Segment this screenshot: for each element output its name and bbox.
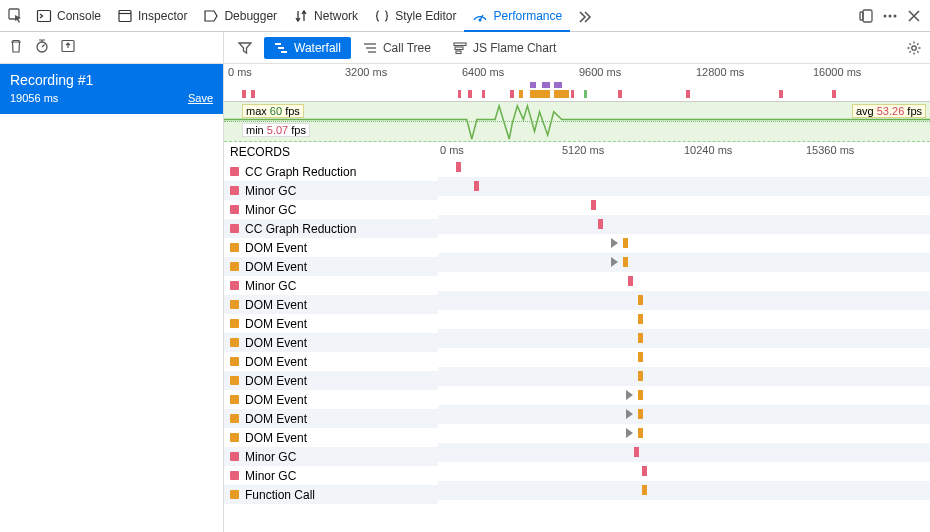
expand-triangle-icon[interactable]: [626, 390, 633, 400]
svg-rect-7: [860, 12, 863, 20]
record-type-dot: [230, 319, 239, 328]
record-label-row[interactable]: DOM Event: [224, 314, 438, 333]
records-header: RECORDS: [224, 142, 438, 162]
record-label-row[interactable]: Minor GC: [224, 181, 438, 200]
expand-triangle-icon[interactable]: [626, 428, 633, 438]
record-type-dot: [230, 167, 239, 176]
record-bar[interactable]: [623, 238, 628, 248]
record-bar-row[interactable]: [438, 443, 930, 462]
record-bar[interactable]: [456, 162, 461, 172]
record-bar-row[interactable]: [438, 177, 930, 196]
record-bar[interactable]: [628, 276, 633, 286]
records-grid[interactable]: 0 ms 5120 ms 10240 ms 15360 ms: [438, 142, 930, 532]
record-label-row[interactable]: DOM Event: [224, 238, 438, 257]
waterfall-view-button[interactable]: Waterfall: [264, 37, 351, 59]
tab-console[interactable]: Console: [28, 0, 109, 31]
sidebar-toolbar: [0, 32, 223, 64]
record-label-row[interactable]: Minor GC: [224, 466, 438, 485]
record-bar[interactable]: [474, 181, 479, 191]
filter-button[interactable]: [228, 37, 262, 59]
record-bar-row[interactable]: [438, 462, 930, 481]
record-bar[interactable]: [642, 466, 647, 476]
record-bar[interactable]: [638, 428, 643, 438]
record-bar-row[interactable]: [438, 367, 930, 386]
import-button[interactable]: [60, 38, 76, 57]
record-label: Minor GC: [245, 203, 296, 217]
expand-triangle-icon[interactable]: [626, 409, 633, 419]
record-bar[interactable]: [638, 295, 643, 305]
recording-item[interactable]: Recording #1 19056 ms Save: [0, 64, 223, 114]
record-bar[interactable]: [638, 333, 643, 343]
record-label-row[interactable]: Minor GC: [224, 447, 438, 466]
record-bar-row[interactable]: [438, 291, 930, 310]
record-label-row[interactable]: DOM Event: [224, 333, 438, 352]
record-label-row[interactable]: CC Graph Reduction: [224, 162, 438, 181]
overflow-tabs-button[interactable]: [570, 4, 600, 28]
fps-graph[interactable]: max 60 fps min 5.07 fps avg 53.26 fps: [224, 102, 930, 142]
svg-rect-2: [119, 10, 131, 21]
dock-side-button[interactable]: [854, 4, 878, 28]
flamechart-view-button[interactable]: JS Flame Chart: [443, 37, 566, 59]
record-bar[interactable]: [638, 390, 643, 400]
tab-style-editor[interactable]: Style Editor: [366, 0, 464, 31]
record-bar[interactable]: [623, 257, 628, 267]
record-bar-row[interactable]: [438, 405, 930, 424]
record-label: DOM Event: [245, 336, 307, 350]
record-bar-row[interactable]: [438, 310, 930, 329]
record-label-row[interactable]: DOM Event: [224, 409, 438, 428]
expand-triangle-icon[interactable]: [611, 238, 618, 248]
record-bar-row[interactable]: [438, 386, 930, 405]
record-label-row[interactable]: DOM Event: [224, 428, 438, 447]
record-button[interactable]: [34, 38, 50, 57]
tab-network[interactable]: Network: [285, 0, 366, 31]
tab-label: Inspector: [138, 9, 187, 23]
record-bar-row[interactable]: [438, 272, 930, 291]
records-panel: RECORDS CC Graph ReductionMinor GCMinor …: [224, 142, 930, 532]
record-label-row[interactable]: DOM Event: [224, 352, 438, 371]
record-type-dot: [230, 452, 239, 461]
record-bar[interactable]: [638, 352, 643, 362]
clear-button[interactable]: [8, 38, 24, 57]
record-label-row[interactable]: Minor GC: [224, 200, 438, 219]
recording-title: Recording #1: [10, 72, 213, 88]
record-label-row[interactable]: DOM Event: [224, 371, 438, 390]
overview-timeline[interactable]: 0 ms 3200 ms 6400 ms 9600 ms 12800 ms 16…: [224, 64, 930, 102]
record-bar[interactable]: [642, 485, 647, 495]
close-button[interactable]: [902, 4, 926, 28]
record-bar[interactable]: [638, 314, 643, 324]
settings-button[interactable]: [902, 36, 926, 60]
record-bar[interactable]: [598, 219, 603, 229]
expand-triangle-icon[interactable]: [611, 257, 618, 267]
svg-rect-20: [455, 47, 463, 50]
record-bar[interactable]: [638, 409, 643, 419]
record-bar-row[interactable]: [438, 215, 930, 234]
record-bar-row[interactable]: [438, 329, 930, 348]
record-label-row[interactable]: DOM Event: [224, 257, 438, 276]
record-bar-row[interactable]: [438, 481, 930, 500]
record-bar-row[interactable]: [438, 234, 930, 253]
fps-avg-badge: avg 53.26 fps: [852, 104, 926, 118]
record-bar[interactable]: [638, 371, 643, 381]
record-type-dot: [230, 490, 239, 499]
calltree-view-button[interactable]: Call Tree: [353, 37, 441, 59]
record-label-row[interactable]: CC Graph Reduction: [224, 219, 438, 238]
record-bar-row[interactable]: [438, 253, 930, 272]
tab-inspector[interactable]: Inspector: [109, 0, 195, 31]
kebab-menu-button[interactable]: [878, 4, 902, 28]
record-bar[interactable]: [634, 447, 639, 457]
record-label-row[interactable]: Function Call: [224, 485, 438, 504]
record-bar-row[interactable]: [438, 424, 930, 443]
tab-performance[interactable]: Performance: [464, 0, 570, 31]
record-bar[interactable]: [591, 200, 596, 210]
record-bar-row[interactable]: [438, 158, 930, 177]
record-label-row[interactable]: DOM Event: [224, 295, 438, 314]
record-label-row[interactable]: DOM Event: [224, 390, 438, 409]
record-bar-row[interactable]: [438, 348, 930, 367]
svg-rect-1: [38, 10, 51, 21]
recording-save-link[interactable]: Save: [188, 92, 213, 104]
record-bar-row[interactable]: [438, 196, 930, 215]
overview-ticks: 0 ms 3200 ms 6400 ms 9600 ms 12800 ms 16…: [224, 64, 930, 80]
record-label-row[interactable]: Minor GC: [224, 276, 438, 295]
tab-debugger[interactable]: Debugger: [195, 0, 285, 31]
pick-element-button[interactable]: [4, 4, 28, 28]
